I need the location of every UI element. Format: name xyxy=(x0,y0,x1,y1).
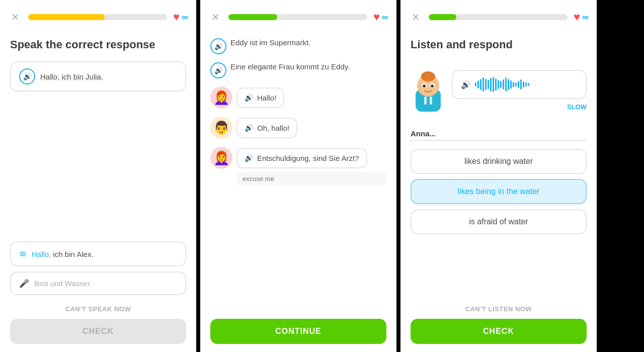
chat-area: 🔊 Eddy ist im Supermarkt. 🔊 Eine elegant… xyxy=(210,38,386,311)
svg-point-8 xyxy=(431,84,434,87)
response-rest: ich bin Alex. xyxy=(53,250,94,258)
progress-fill-3 xyxy=(429,14,456,20)
close-button-3[interactable]: ✕ xyxy=(409,10,423,24)
audio-wave-box[interactable]: 🔊 xyxy=(452,70,587,99)
panel-listen: ✕ ♥ ∞ Listen and respond xyxy=(400,0,597,352)
progress-bar-3 xyxy=(429,14,568,20)
svg-point-4 xyxy=(421,71,435,81)
response-bubble: ≋ Hallo, ich bin Alex. xyxy=(10,241,186,267)
svg-rect-2 xyxy=(430,97,432,105)
wave-bar xyxy=(505,77,507,92)
wave-bar xyxy=(498,80,499,89)
response-area: ≋ Hallo, ich bin Alex. 🎤 Brot und Wasser… xyxy=(10,241,186,295)
panel2-content: 🔊 Eddy ist im Supermarkt. 🔊 Eine elegant… xyxy=(200,30,396,352)
panel-speak: ✕ ♥ ∞ Speak the correct response 🔊 Hallo… xyxy=(0,0,196,352)
avatar-4: 👨 xyxy=(210,117,232,139)
avatar-emoji-5: 👩‍🦰 xyxy=(213,150,229,166)
panel3-bottom: CAN'T LISTEN NOW CHECK xyxy=(411,305,587,344)
heart-area-2: ♥ ∞ xyxy=(373,11,388,24)
heart-area-1: ♥ ∞ xyxy=(173,11,188,24)
panel3-content: Listen and respond xyxy=(400,30,597,352)
anna-label: Anna... xyxy=(411,129,587,141)
wave-bar xyxy=(518,81,519,88)
listen-scene: 🔊 xyxy=(411,61,587,119)
character-avatar xyxy=(411,66,446,114)
audio-speaker-icon[interactable]: 🔊 xyxy=(461,80,471,90)
wave-bar xyxy=(510,80,512,89)
answer-option-2[interactable]: likes being in the water xyxy=(411,179,587,204)
mic-icon: 🎤 xyxy=(19,279,29,288)
speaker-icon-1[interactable]: 🔊 xyxy=(19,68,35,84)
infinity-icon-1: ∞ xyxy=(182,12,188,23)
wave-bar xyxy=(523,81,524,87)
progress-fill-2 xyxy=(228,14,277,20)
panel3-title: Listen and respond xyxy=(411,38,587,51)
continue-button[interactable]: CONTINUE xyxy=(210,319,386,344)
infinity-icon-3: ∞ xyxy=(582,12,589,23)
chat-speaker-icon-5[interactable]: 🔊 xyxy=(245,154,253,162)
wave-bars xyxy=(475,77,529,92)
wave-bar xyxy=(528,83,529,86)
chat-line-4: 👨 🔊 Oh, hallo! xyxy=(210,117,386,139)
avatar-emoji-3: 👩‍🦰 xyxy=(213,90,229,106)
chat-bubble-4[interactable]: 🔊 Oh, hallo! xyxy=(236,118,297,138)
wave-icon: ≋ xyxy=(19,248,27,259)
progress-bar-1 xyxy=(28,14,167,20)
cant-listen-label[interactable]: CAN'T LISTEN NOW xyxy=(411,305,587,313)
chat-text-4: Oh, hallo! xyxy=(257,124,289,132)
heart-area-3: ♥ ∞ xyxy=(574,11,589,24)
heart-icon-3: ♥ xyxy=(574,11,580,24)
wave-bar xyxy=(520,79,522,90)
check-button-3[interactable]: CHECK xyxy=(411,319,587,344)
mic-bubble[interactable]: 🎤 Brot und Wasser. xyxy=(10,272,186,295)
chat-line-5: 👩‍🦰 🔊 Entschuldigung, sind Sie Arzt? xyxy=(210,147,386,169)
progress-bar-2 xyxy=(228,14,367,20)
svg-rect-1 xyxy=(424,97,427,105)
close-button-1[interactable]: ✕ xyxy=(8,10,22,24)
wave-bar xyxy=(515,82,517,86)
prompt-bubble[interactable]: 🔊 Hallo, ich bin Julia. xyxy=(10,61,186,92)
response-text: Hallo, ich bin Alex. xyxy=(32,250,94,258)
heart-icon-2: ♥ xyxy=(373,11,380,24)
wave-bar xyxy=(482,77,484,92)
mic-placeholder: Brot und Wasser. xyxy=(34,279,92,288)
chat-bubble-3[interactable]: 🔊 Hallo! xyxy=(236,87,284,108)
chat-speaker-1[interactable]: 🔊 xyxy=(210,38,226,54)
check-button-1[interactable]: CHECK xyxy=(10,319,186,344)
avatar-emoji-4: 👨 xyxy=(213,120,229,136)
answer-option-1[interactable]: likes drinking water xyxy=(411,149,587,174)
audio-area: 🔊 xyxy=(452,70,587,111)
chat-line-2: 🔊 Eine elegante Frau kommt zu Eddy. xyxy=(210,62,386,78)
chat-bubble-5[interactable]: 🔊 Entschuldigung, sind Sie Arzt? xyxy=(236,148,367,168)
separator-1 xyxy=(196,0,200,352)
wave-bar xyxy=(495,78,497,91)
chat-speaker-icon-3[interactable]: 🔊 xyxy=(245,94,253,102)
heart-icon-1: ♥ xyxy=(173,11,180,24)
wave-bar xyxy=(508,79,509,90)
avatar-5: 👩‍🦰 xyxy=(210,147,232,169)
wave-bar xyxy=(477,80,479,89)
response-highlight: Hallo, xyxy=(32,250,51,258)
infinity-icon-2: ∞ xyxy=(382,12,388,23)
wave-bar xyxy=(480,79,481,90)
avatar-3: 👩‍🦰 xyxy=(210,86,232,109)
wave-bar xyxy=(503,79,504,90)
progress-fill-1 xyxy=(28,14,105,20)
chat-text-2: Eine elegante Frau kommt zu Eddy. xyxy=(230,62,350,71)
svg-point-7 xyxy=(423,84,426,87)
chat-speaker-icon-4[interactable]: 🔊 xyxy=(245,124,253,132)
panel1-title: Speak the correct response xyxy=(10,38,186,51)
close-button-2[interactable]: ✕ xyxy=(208,10,222,24)
answer-option-3[interactable]: is afraid of water xyxy=(411,209,587,234)
chat-text-1: Eddy ist im Supermarkt. xyxy=(230,38,310,47)
chat-text-3: Hallo! xyxy=(257,94,276,102)
chat-text-5: Entschuldigung, sind Sie Arzt? xyxy=(257,154,359,162)
wave-bar xyxy=(488,80,489,89)
chat-speaker-2[interactable]: 🔊 xyxy=(210,62,226,78)
slow-button[interactable]: SLOW xyxy=(452,103,587,111)
separator-2 xyxy=(396,0,400,352)
cant-speak-label[interactable]: CAN'T SPEAK NOW xyxy=(10,305,186,313)
wave-bar xyxy=(490,78,492,91)
chat-line-3: 👩‍🦰 🔊 Hallo! xyxy=(210,86,386,109)
wave-bar xyxy=(475,82,476,86)
